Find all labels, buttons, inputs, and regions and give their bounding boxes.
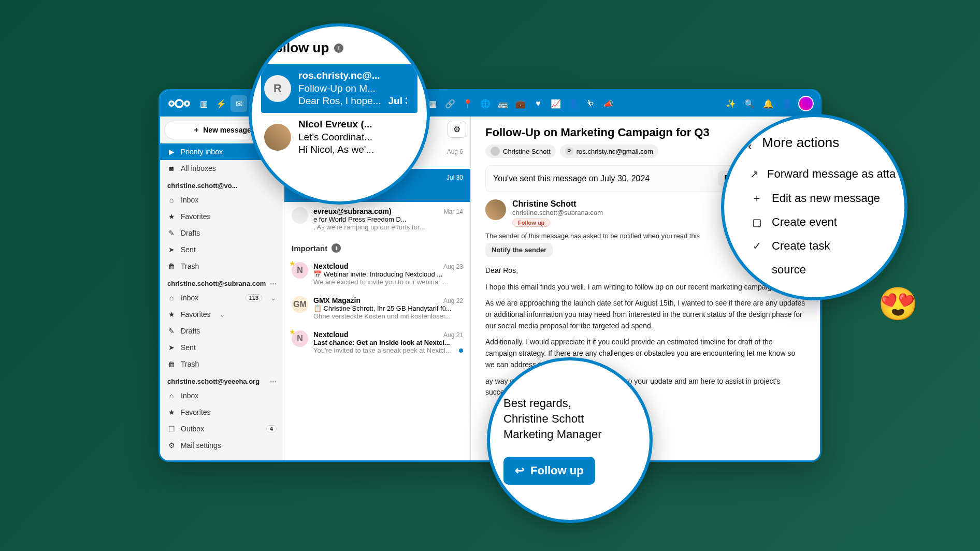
- menu-item-create-task[interactable]: ✓Create task: [748, 234, 895, 258]
- account-header[interactable]: christine.schott@vo...: [160, 177, 284, 192]
- person-icon[interactable]: 👤: [565, 95, 582, 112]
- bus-icon[interactable]: 🚌: [495, 95, 511, 112]
- unread-count: 4: [266, 425, 277, 432]
- sidebar-item-inbox[interactable]: ⌂Inbox: [160, 387, 284, 404]
- sidebar-item-favorites[interactable]: ★Favorites: [160, 404, 284, 421]
- more-icon[interactable]: ⋯: [270, 280, 277, 287]
- signature-line: Christine Schott: [503, 412, 636, 426]
- followup-button[interactable]: ↩ Follow up: [503, 457, 595, 485]
- mail-icon[interactable]: ✉: [230, 95, 247, 112]
- message-subject: Last chance: Get an inside look at Nextc…: [313, 339, 463, 346]
- info-icon[interactable]: i: [332, 243, 341, 253]
- menu-item-label: Edit as new message: [772, 192, 880, 205]
- avatar: GM: [292, 296, 308, 313]
- sidebar-item-sent[interactable]: ➤Sent: [160, 241, 284, 258]
- link-icon[interactable]: 🔗: [442, 95, 458, 112]
- more-icon[interactable]: ⋯: [270, 378, 277, 385]
- more-actions-title: More actions: [762, 135, 839, 151]
- ski-icon[interactable]: ⛷: [583, 95, 599, 112]
- message-preview: Dear Ros, I hope...: [298, 95, 381, 108]
- activity-icon[interactable]: 📈: [547, 95, 564, 112]
- message-date: Aug 23: [443, 263, 463, 270]
- signature-line: Best regards,: [503, 397, 636, 410]
- avatar: [491, 147, 500, 156]
- menu-item-forward-message-as-atta[interactable]: ↗Forward message as atta: [748, 162, 895, 186]
- chevron-down-icon[interactable]: ⌄: [219, 310, 225, 318]
- message-from: ros.christy.nc@...: [298, 69, 407, 82]
- chevron-left-icon[interactable]: ‹: [748, 140, 752, 153]
- sidebar-item-favorites[interactable]: ★Favorites: [160, 208, 284, 225]
- recipient-chip[interactable]: Christine Schott: [485, 144, 556, 158]
- menu-item-edit-as-new-message[interactable]: ＋Edit as new message: [748, 186, 895, 210]
- message-item[interactable]: R ros.christy.nc@... Follow-Up on M... D…: [261, 64, 417, 113]
- sidebar-item-inbox[interactable]: ⌂Inbox113⌄: [160, 289, 284, 306]
- menu-item-source[interactable]: source: [748, 258, 895, 282]
- sidebar: ＋ New message ▶Priority inbox≣All inboxe…: [160, 117, 284, 460]
- message-from: evreux@subrana.com): [313, 207, 392, 215]
- account-header[interactable]: christine.schott@yeeeha.org⋯: [160, 372, 284, 387]
- folder-icon: ✎: [167, 327, 176, 335]
- avatar: [264, 124, 291, 151]
- columns-icon[interactable]: ▥: [195, 95, 212, 112]
- message-item[interactable]: GM GMX MagazinAug 22 📋 Christine Schrott…: [284, 291, 470, 325]
- signature-line: Marketing Manager: [503, 428, 636, 441]
- plus-icon: ＋: [193, 125, 200, 135]
- message-item[interactable]: evreux@subrana.com)Mar 14 e for World Pr…: [284, 202, 470, 236]
- menu-item-create-event[interactable]: ▢Create event: [748, 210, 895, 234]
- sidebar-item-label: Inbox: [181, 196, 198, 204]
- briefcase-icon[interactable]: 💼: [512, 95, 529, 112]
- megaphone-icon[interactable]: 📣: [600, 95, 617, 112]
- unread-count: 113: [246, 294, 262, 301]
- message-preview: You're invited to take a sneak peek at N…: [313, 346, 451, 354]
- message-item[interactable]: ★N NextcloudAug 21 Last chance: Get an i…: [284, 325, 470, 359]
- list-filter-button[interactable]: ⚙: [448, 121, 466, 138]
- sidebar-item-trash[interactable]: 🗑Trash: [160, 356, 284, 372]
- sidebar-item-drafts[interactable]: ✎Drafts: [160, 323, 284, 339]
- nextcloud-logo[interactable]: [166, 98, 192, 109]
- message-date: Jul 3: [388, 95, 407, 108]
- info-icon[interactable]: i: [334, 44, 343, 53]
- sidebar-item-drafts[interactable]: ✎Drafts: [160, 225, 284, 241]
- bell-icon[interactable]: 🔔: [760, 95, 776, 112]
- magnify-more-menu: ‹ More actions ↗Forward message as atta＋…: [721, 114, 907, 300]
- sidebar-item-inbox[interactable]: ⌂Inbox: [160, 192, 284, 208]
- menu-icon: ▢: [750, 216, 763, 228]
- pin-icon[interactable]: 📍: [459, 95, 476, 112]
- followup-button-label: Follow up: [530, 464, 584, 477]
- account-header[interactable]: christine.schott@subrana.com⋯: [160, 274, 284, 289]
- sidebar-item-favorites[interactable]: ★Favorites⌄: [160, 306, 284, 323]
- sparkle-icon[interactable]: ✨: [723, 95, 739, 112]
- folder-icon: ⚙: [167, 441, 176, 450]
- heart-eyes-emoji: 😍: [878, 285, 918, 323]
- menu-item-label: Forward message as atta: [767, 167, 896, 181]
- folder-icon: ★: [167, 408, 176, 416]
- chevron-down-icon[interactable]: ⌄: [270, 294, 277, 302]
- message-subject: Follow-Up on M...: [298, 82, 407, 95]
- bolt-icon[interactable]: ⚡: [213, 95, 229, 112]
- search-icon[interactable]: 🔍: [741, 95, 758, 112]
- sidebar-item-outbox[interactable]: ☐Outbox4: [160, 421, 284, 437]
- sidebar-item-label: Drafts: [181, 229, 200, 237]
- message-item[interactable]: ★N NextcloudAug 23 📅 Webinar invite: Int…: [284, 257, 470, 291]
- folder-icon: ★: [167, 310, 176, 318]
- message-subject: e for World Press Freedom D...: [313, 215, 463, 223]
- message-item[interactable]: Nicol Evreux (... Let's Coordinat... Hi …: [261, 113, 417, 162]
- magnify-signature: Best regards, Christine Schott Marketing…: [487, 357, 653, 523]
- sidebar-item-label: Inbox: [181, 294, 198, 302]
- sidebar-item-sent[interactable]: ➤Sent: [160, 339, 284, 356]
- sidebar-item-mail-settings[interactable]: ⚙Mail settings: [160, 437, 284, 454]
- recipient-chip[interactable]: Rros.christy.nc@gmail.com: [560, 144, 658, 158]
- followup-badge: Follow up: [512, 219, 550, 227]
- magnify-followup-list: Follow up i R ros.christy.nc@... Follow-…: [249, 23, 430, 205]
- heart-icon[interactable]: ♥: [530, 95, 546, 112]
- contacts-icon[interactable]: 👤: [779, 95, 795, 112]
- notify-sender-button[interactable]: Notify the sender: [485, 243, 553, 257]
- sidebar-item-label: Outbox: [181, 425, 204, 433]
- sidebar-item-trash[interactable]: 🗑Trash: [160, 258, 284, 274]
- followup-section-title: Follow up: [266, 40, 329, 56]
- star-icon: ★: [290, 328, 295, 336]
- avatar: ★N: [292, 330, 308, 347]
- menu-icon: ↗: [750, 168, 759, 180]
- user-avatar[interactable]: [798, 96, 814, 111]
- globe-icon[interactable]: 🌐: [477, 95, 494, 112]
